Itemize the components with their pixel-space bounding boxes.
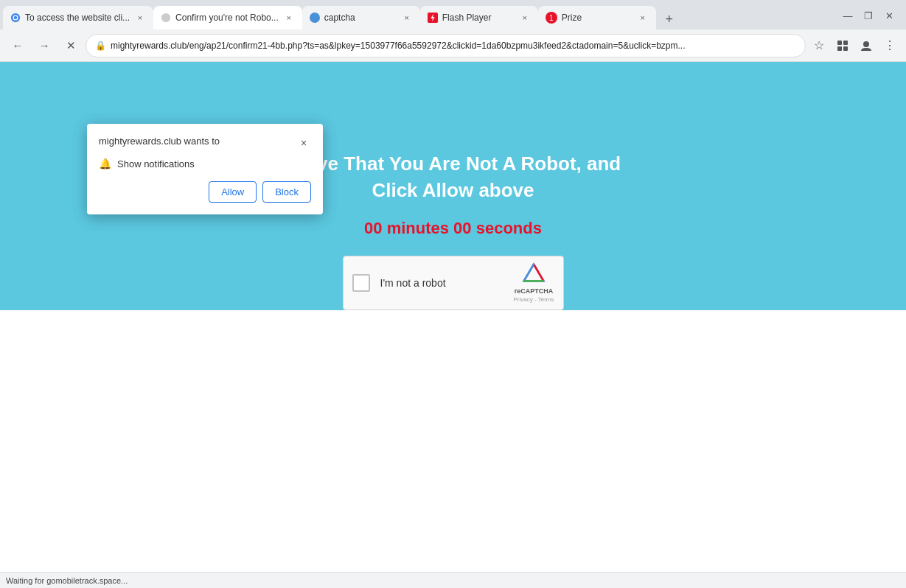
tab-5[interactable]: 1 Prize ×: [538, 6, 656, 29]
tabs-area: To access the website cli... × Confirm y…: [3, 6, 838, 29]
tab-1-close[interactable]: ×: [134, 12, 146, 24]
forward-button[interactable]: →: [32, 34, 56, 57]
svg-point-3: [161, 13, 170, 22]
lock-icon: 🔒: [95, 41, 106, 51]
tab-2-close[interactable]: ×: [283, 12, 295, 24]
popup-buttons: Allow Block: [99, 181, 311, 203]
svg-rect-8: [837, 46, 842, 51]
svg-point-2: [14, 16, 17, 19]
popup-close-button[interactable]: ×: [296, 136, 311, 150]
recaptcha-box[interactable]: I'm not a robot reCAPTCHA Privacy - Term…: [343, 256, 564, 310]
tab-4-title: Flash Player: [442, 13, 515, 23]
permission-text: Show notifications: [117, 158, 195, 169]
status-text: Waiting for gomobiletrack.space...: [6, 576, 128, 585]
tab-2-title: Confirm you're not Robo...: [175, 13, 279, 23]
tab-4[interactable]: Flash Player ×: [420, 6, 538, 29]
restore-button[interactable]: ❐: [859, 6, 878, 25]
back-button[interactable]: ←: [6, 34, 29, 57]
window-controls: — ❐ ✕: [838, 6, 903, 29]
new-tab-button[interactable]: +: [659, 9, 680, 29]
page-area: mightyrewards.club wants to × 🔔 Show not…: [0, 62, 906, 572]
bookmark-icon[interactable]: ☆: [809, 35, 829, 56]
bell-icon: 🔔: [99, 158, 111, 169]
title-bar: To access the website cli... × Confirm y…: [0, 0, 906, 29]
close-button[interactable]: ✕: [879, 6, 899, 25]
recaptcha-label: I'm not a robot: [380, 277, 503, 289]
tab-5-title: Prize: [562, 13, 633, 23]
tab2-favicon: [161, 13, 171, 23]
tab-5-badge: 1: [546, 12, 557, 24]
block-button[interactable]: Block: [262, 181, 311, 203]
tab-2[interactable]: Confirm you're not Robo... ×: [153, 6, 302, 29]
extension-icon: [832, 35, 853, 56]
tab-3-close[interactable]: ×: [401, 12, 413, 24]
recaptcha-links-text: Privacy - Terms: [514, 296, 554, 303]
profile-icon[interactable]: [856, 35, 877, 56]
tab-4-close[interactable]: ×: [519, 12, 531, 24]
flash-favicon: [428, 13, 438, 23]
recaptcha-checkbox[interactable]: [352, 274, 370, 292]
popup-permission: 🔔 Show notifications: [99, 158, 311, 169]
recaptcha-logo-area: reCAPTCHA Privacy - Terms: [514, 262, 554, 303]
svg-rect-7: [843, 41, 848, 45]
tab-5-close[interactable]: ×: [637, 12, 649, 24]
allow-button[interactable]: Allow: [209, 181, 257, 203]
stop-button[interactable]: ✕: [59, 34, 83, 57]
timer: 00 minutes 00 seconds: [364, 219, 542, 238]
svg-rect-6: [837, 41, 842, 45]
recaptcha-logo-svg: [522, 262, 546, 286]
address-text: mightyrewards.club/eng/ap21/confirm21-4b…: [111, 41, 796, 51]
nav-bar: ← → ✕ 🔒 mightyrewards.club/eng/ap21/conf…: [0, 29, 906, 62]
headline: Prove That You Are Not A Robot, and Clic…: [285, 150, 621, 204]
tab-3[interactable]: captcha ×: [302, 6, 420, 29]
tab-3-title: captcha: [324, 13, 397, 23]
tab-1[interactable]: To access the website cli... ×: [3, 6, 153, 29]
svg-point-10: [863, 41, 869, 47]
svg-rect-9: [843, 46, 848, 51]
minimize-button[interactable]: —: [838, 6, 857, 25]
popup-title: mightyrewards.club wants to: [99, 136, 220, 147]
address-bar[interactable]: 🔒 mightyrewards.club/eng/ap21/confirm21-…: [86, 34, 806, 57]
globe-favicon: [310, 13, 320, 23]
status-bar: Waiting for gomobiletrack.space...: [0, 572, 906, 588]
headline-line2: Click Allow above: [285, 177, 621, 203]
notification-popup: mightyrewards.club wants to × 🔔 Show not…: [87, 124, 323, 214]
headline-line1: Prove That You Are Not A Robot, and: [285, 150, 621, 177]
recaptcha-brand-text: reCAPTCHA: [515, 287, 554, 295]
chrome-window: To access the website cli... × Confirm y…: [0, 0, 906, 588]
popup-header: mightyrewards.club wants to ×: [99, 136, 311, 150]
tab-1-title: To access the website cli...: [25, 13, 130, 23]
menu-icon[interactable]: ⋮: [879, 35, 900, 56]
chrome-favicon: [10, 13, 21, 23]
